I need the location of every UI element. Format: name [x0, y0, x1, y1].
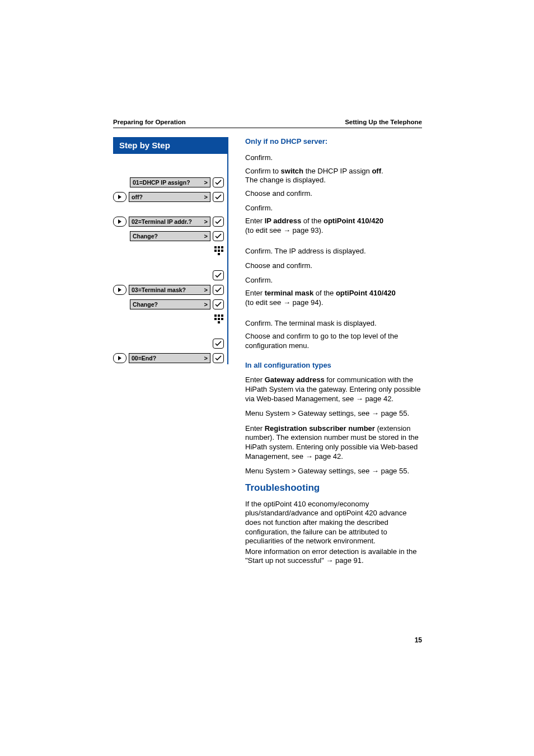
paragraph-trouble-1: If the optiPoint 410 economy/economy plu…: [245, 500, 422, 546]
lcd-gt: >: [204, 218, 208, 225]
svg-rect-10: [214, 314, 217, 317]
text: Confirm to: [245, 167, 281, 175]
svg-rect-11: [218, 314, 220, 317]
text: Enter: [245, 289, 265, 297]
text: (to edit see: [245, 226, 283, 234]
left-column: Step by Step 01=DHCP IP assign? >: [113, 137, 228, 571]
step-row-terminal-mask: 03=Terminal mask? >: [113, 284, 224, 296]
confirm-button-icon[interactable]: [213, 285, 224, 295]
svg-rect-14: [218, 318, 220, 320]
confirm-button-icon[interactable]: [213, 353, 224, 363]
paragraph-gateway: Enter Gateway address for communication …: [245, 375, 422, 403]
lcd-text: 03=Terminal mask?: [132, 287, 186, 293]
heading-troubleshooting: Troubleshooting: [245, 482, 422, 494]
step-by-step-header: Step by Step: [113, 137, 228, 154]
text: Enter: [245, 424, 265, 433]
text-bold: IP address: [265, 217, 302, 225]
text: page 94).: [291, 298, 324, 307]
page-number: 15: [415, 636, 422, 644]
lcd-text: 01=DHCP IP assign?: [133, 179, 190, 186]
svg-rect-2: [214, 246, 217, 248]
confirm-button-icon[interactable]: [213, 177, 224, 187]
arrow-icon: →: [356, 395, 363, 403]
lcd-text: 00=End?: [132, 355, 156, 361]
paragraph-registration: Enter Registration subscriber number (ex…: [245, 424, 422, 462]
text: of the: [313, 289, 336, 297]
step-row-change-1: Change? >: [113, 230, 224, 242]
text: of the: [301, 217, 324, 225]
lcd-gt: >: [204, 194, 208, 200]
lcd-gt: >: [204, 233, 208, 240]
confirm-button-icon[interactable]: [213, 192, 224, 202]
svg-rect-6: [218, 250, 220, 252]
text-bold: switch: [281, 167, 303, 175]
text: Confirm. The terminal mask is displayed.: [245, 319, 377, 328]
paragraph-menu-1: Menu System > Gateway settings, see → pa…: [245, 409, 422, 419]
step-row-terminal-ip: 02=Terminal IP addr.? >: [113, 215, 224, 228]
text: Confirm. The IP address is displayed.: [245, 247, 366, 256]
step-row-change-2: Change? >: [113, 298, 224, 311]
text-bold: terminal mask: [265, 289, 313, 297]
lcd-gt: >: [204, 301, 208, 308]
text: The change is displayed.: [245, 176, 326, 184]
svg-marker-1: [118, 219, 121, 224]
text-bold: optiPoint 410/420: [324, 217, 383, 225]
svg-rect-8: [218, 253, 220, 255]
text: Confirm.: [245, 204, 273, 213]
lcd-gt: >: [204, 287, 208, 293]
running-header: Preparing for Operation Setting Up the T…: [113, 119, 422, 128]
text: page 91.: [333, 556, 363, 565]
arrow-icon: →: [372, 467, 379, 475]
text: page 42.: [363, 395, 394, 403]
lcd-text: off?: [132, 194, 143, 200]
confirm-button-icon[interactable]: [213, 231, 224, 241]
text: the DHCP IP assign: [303, 167, 372, 175]
text: Choose and confirm to go to the top leve…: [245, 332, 422, 350]
svg-marker-17: [118, 356, 121, 360]
text: page 93).: [291, 226, 324, 234]
svg-rect-3: [218, 246, 220, 248]
lcd-gt: >: [204, 355, 208, 361]
keypad-icon: [214, 314, 224, 324]
svg-rect-7: [221, 250, 223, 252]
svg-marker-9: [118, 288, 121, 292]
svg-rect-13: [214, 318, 217, 320]
svg-rect-4: [221, 246, 223, 248]
step-row-dhcp-assign: 01=DHCP IP assign? >: [113, 176, 224, 189]
text: (to edit see: [245, 298, 283, 307]
lcd-terminal-mask: 03=Terminal mask? >: [129, 285, 210, 295]
arrow-icon: →: [283, 298, 291, 307]
nav-forward-icon[interactable]: [113, 285, 127, 295]
svg-rect-15: [221, 318, 223, 320]
step-row-confirm-only-1: [113, 269, 224, 281]
text: .: [381, 167, 383, 175]
confirm-button-icon[interactable]: [213, 299, 224, 309]
nav-forward-icon[interactable]: [113, 192, 127, 202]
text: Menu System > Gateway settings, see: [245, 467, 372, 475]
text: page 55.: [379, 409, 409, 417]
nav-forward-icon[interactable]: [113, 217, 127, 227]
text: Choose and confirm.: [245, 189, 312, 199]
confirm-button-icon[interactable]: [213, 270, 224, 280]
lcd-end: 00=End? >: [129, 353, 210, 363]
step-row-keypad-2: [113, 313, 224, 325]
svg-marker-0: [118, 195, 121, 199]
heading-all-config: In all configuration types: [245, 361, 422, 370]
nav-forward-icon[interactable]: [113, 353, 127, 363]
lcd-terminal-ip: 02=Terminal IP addr.? >: [129, 217, 210, 227]
lcd-off: off? >: [129, 192, 210, 202]
lcd-change: Change? >: [130, 299, 210, 309]
confirm-button-icon[interactable]: [213, 339, 224, 349]
lcd-dhcp-assign: 01=DHCP IP assign? >: [130, 177, 210, 187]
lcd-gt: >: [204, 179, 208, 186]
svg-rect-16: [218, 321, 220, 323]
lcd-change: Change? >: [130, 231, 210, 241]
paragraph-trouble-2: More information on error detection is a…: [245, 547, 422, 566]
text: Confirm.: [245, 276, 273, 285]
step-row-confirm-only-2: [113, 337, 224, 350]
text: page 55.: [379, 467, 409, 475]
lcd-text: Change?: [133, 233, 158, 240]
text: Enter: [245, 217, 265, 225]
confirm-button-icon[interactable]: [213, 217, 224, 227]
lcd-text: 02=Terminal IP addr.?: [132, 218, 192, 225]
